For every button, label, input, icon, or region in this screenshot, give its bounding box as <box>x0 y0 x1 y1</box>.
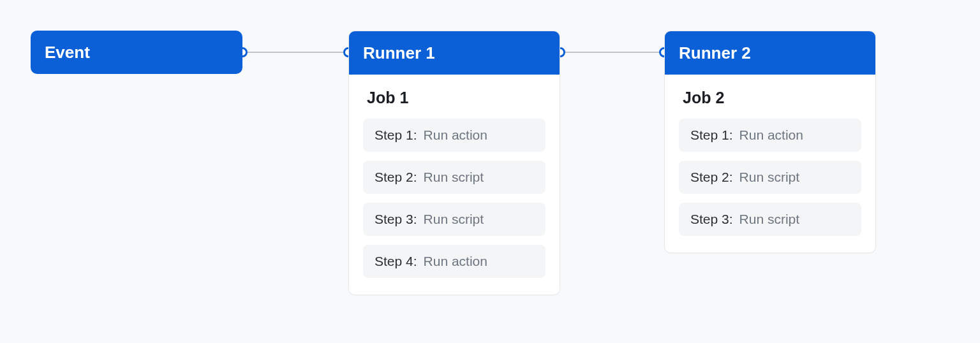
step-desc: Run script <box>424 212 484 227</box>
runner-2-node: Runner 2 Job 2 Step 1: Run action Step 2… <box>664 31 876 253</box>
step-label: Step 1: <box>690 128 733 143</box>
step-desc: Run action <box>739 128 803 143</box>
step-desc: Run script <box>424 170 484 185</box>
runner-2-header: Runner 2 <box>665 31 875 75</box>
step-label: Step 3: <box>690 212 733 227</box>
job-2-step: Step 1: Run action <box>679 119 861 152</box>
step-desc: Run script <box>739 212 800 227</box>
runner-1-title: Runner 1 <box>363 43 435 63</box>
step-label: Step 2: <box>690 170 733 185</box>
job-1-title: Job 1 <box>363 89 546 107</box>
runner-1-node: Runner 1 Job 1 Step 1: Run action Step 2… <box>348 31 560 295</box>
step-label: Step 1: <box>375 128 417 143</box>
connector-event-to-runner1 <box>242 52 348 53</box>
job-1-step: Step 2: Run script <box>363 161 546 194</box>
event-label: Event <box>45 43 90 62</box>
runner-1-header: Runner 1 <box>349 31 560 75</box>
connector-runner1-to-runner2 <box>560 52 664 53</box>
job-2-title: Job 2 <box>679 89 861 107</box>
runner-1-body: Job 1 Step 1: Run action Step 2: Run scr… <box>349 75 560 295</box>
step-label: Step 3: <box>375 212 417 227</box>
job-2-step: Step 2: Run script <box>679 161 861 194</box>
runner-2-title: Runner 2 <box>679 43 751 63</box>
job-2-step: Step 3: Run script <box>679 203 861 236</box>
event-node: Event <box>31 31 242 74</box>
step-label: Step 4: <box>375 254 417 269</box>
step-label: Step 2: <box>375 170 417 185</box>
step-desc: Run action <box>424 254 487 269</box>
job-1-step: Step 1: Run action <box>363 119 546 152</box>
job-1-step: Step 4: Run action <box>363 245 546 278</box>
runner-2-body: Job 2 Step 1: Run action Step 2: Run scr… <box>665 75 875 252</box>
step-desc: Run script <box>739 170 800 185</box>
job-1-step: Step 3: Run script <box>363 203 546 236</box>
step-desc: Run action <box>424 128 487 143</box>
